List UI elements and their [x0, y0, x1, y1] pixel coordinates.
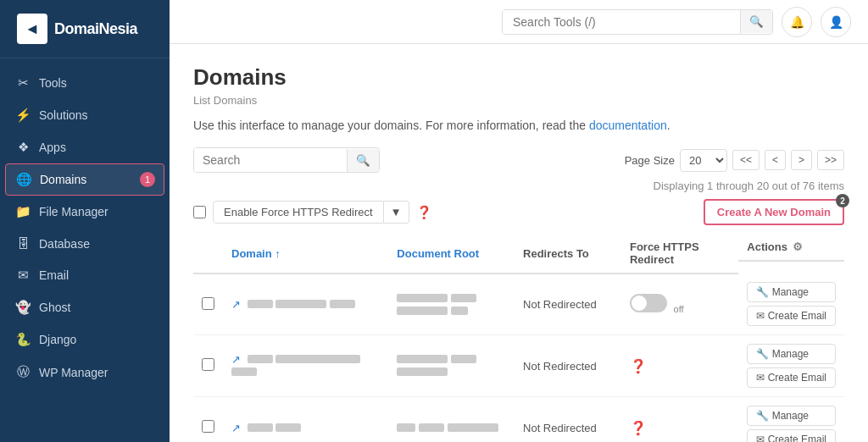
- select-all-checkbox[interactable]: [193, 206, 206, 218]
- table-row: ↗ Not Redirected ❓ 🔧 Manage ✉ Create Ema…: [193, 335, 844, 397]
- email-icon: ✉: [15, 268, 31, 283]
- sidebar-item-label: Domains: [40, 173, 86, 186]
- badge-domains: 1: [140, 172, 155, 187]
- sidebar-item-label: Solutions: [39, 108, 88, 122]
- django-icon: 🐍: [15, 332, 31, 347]
- domain-search-input[interactable]: [194, 148, 347, 172]
- sidebar-item-label: Ghost: [39, 301, 70, 314]
- sidebar-item-file-manager[interactable]: 📁 File Manager: [0, 196, 170, 228]
- sidebar-item-domains[interactable]: 🌐 Domains 1: [5, 163, 164, 196]
- sidebar-item-email[interactable]: ✉ Email: [0, 259, 170, 291]
- external-link-icon-1[interactable]: ↗: [231, 298, 241, 311]
- sidebar-item-django[interactable]: 🐍 Django: [0, 323, 170, 356]
- pagination-last-button[interactable]: >>: [817, 150, 844, 170]
- action-row: Enable Force HTTPS Redirect ▼ ❓ Create A…: [193, 199, 844, 225]
- sidebar: ◄ DomaiNesia ✂ Tools ⚡ Solutions ❖ Apps …: [0, 0, 170, 442]
- sidebar-item-label: Apps: [39, 141, 66, 154]
- pagination-prev-button[interactable]: <: [765, 150, 786, 170]
- create-email-button-2[interactable]: ✉ Create Email: [747, 367, 836, 388]
- action-buttons-2: 🔧 Manage ✉ Create Email: [747, 344, 836, 388]
- logo-icon: ◄: [17, 14, 47, 44]
- file-manager-icon: 📁: [15, 204, 31, 219]
- table-row: ↗ Not Redirected off 🔧 Manage ✉ Create E…: [193, 273, 844, 335]
- global-search-input[interactable]: [503, 10, 740, 34]
- create-email-button-1[interactable]: ✉ Create Email: [747, 306, 836, 326]
- sidebar-item-label: Database: [39, 237, 90, 251]
- create-email-button-3[interactable]: ✉ Create Email: [747, 429, 836, 442]
- domains-table: Domain ↑ Document Root Redirects To Forc…: [193, 234, 844, 442]
- documentation-link[interactable]: documentation: [589, 119, 667, 132]
- table-header-actions: Actions ⚙: [738, 234, 844, 262]
- create-button-badge: 2: [836, 194, 849, 207]
- gear-icon[interactable]: ⚙: [793, 240, 803, 253]
- sidebar-item-database[interactable]: 🗄 Database: [0, 228, 170, 259]
- sidebar-item-ghost[interactable]: 👻 Ghost: [0, 291, 170, 323]
- page-subtitle: List Domains: [193, 94, 844, 107]
- solutions-icon: ⚡: [15, 108, 31, 123]
- notification-bell-button[interactable]: 🔔: [782, 7, 812, 37]
- user-profile-button[interactable]: 👤: [821, 7, 851, 37]
- row-checkbox-3[interactable]: [202, 420, 214, 433]
- https-question-icon-3[interactable]: ❓: [630, 421, 647, 435]
- sidebar-logo[interactable]: ◄ DomaiNesia: [0, 0, 170, 58]
- redirects-to-2: Not Redirected: [515, 335, 621, 397]
- action-buttons-3: 🔧 Manage ✉ Create Email: [747, 406, 836, 442]
- page-size-label: Page Size: [625, 154, 675, 167]
- sidebar-item-label: Django: [39, 333, 76, 346]
- domains-icon: 🌐: [16, 172, 31, 187]
- apps-icon: ❖: [15, 140, 31, 155]
- pagination-first-button[interactable]: <<: [732, 150, 760, 170]
- row-checkbox-1[interactable]: [202, 297, 214, 310]
- domain-search-field[interactable]: 🔍: [193, 147, 380, 173]
- page-content: Domains List Domains Use this interface …: [170, 44, 868, 442]
- action-left: Enable Force HTTPS Redirect ▼ ❓: [193, 201, 432, 224]
- page-size-area: Page Size 20 10 50 100 << < > >>: [625, 149, 844, 172]
- sidebar-item-label: WP Manager: [39, 366, 108, 379]
- redirects-to-1: Not Redirected: [515, 273, 621, 335]
- domain-search-button[interactable]: 🔍: [347, 149, 379, 172]
- sidebar-item-wp-manager[interactable]: Ⓦ WP Manager: [0, 356, 170, 389]
- manage-button-1[interactable]: 🔧 Manage: [747, 282, 836, 302]
- sidebar-item-solutions[interactable]: ⚡ Solutions: [0, 99, 170, 131]
- create-new-domain-button[interactable]: Create A New Domain 2: [704, 199, 844, 225]
- table-header-redirects: Redirects To: [515, 234, 621, 273]
- main-content: 🔍 🔔 👤 Domains List Domains Use this inte…: [170, 0, 868, 442]
- table-header-https: Force HTTPS Redirect: [621, 234, 738, 273]
- table-header-check: [193, 234, 223, 273]
- page-description: Use this interface to manage your domain…: [193, 119, 844, 132]
- page-title: Domains: [193, 64, 844, 91]
- sidebar-item-label: Tools: [39, 76, 67, 90]
- logo-text: DomaiNesia: [54, 20, 137, 38]
- page-size-select[interactable]: 20 10 50 100: [680, 149, 727, 172]
- table-header-docroot[interactable]: Document Root: [388, 234, 515, 273]
- global-search-button[interactable]: 🔍: [740, 10, 772, 33]
- wp-manager-icon: Ⓦ: [15, 364, 31, 380]
- tools-icon: ✂: [15, 75, 31, 91]
- sidebar-item-apps[interactable]: ❖ Apps: [0, 131, 170, 163]
- force-https-help-button[interactable]: ❓: [416, 205, 432, 220]
- pagination-next-button[interactable]: >: [791, 150, 812, 170]
- https-question-icon-2[interactable]: ❓: [630, 359, 647, 373]
- items-count-text: Displaying 1 through 20 out of 76 items: [193, 180, 844, 192]
- row-checkbox-2[interactable]: [202, 358, 214, 371]
- table-row: ↗ Not Redirected ❓ 🔧 Manage ✉ Create Ema…: [193, 397, 844, 443]
- table-header-domain[interactable]: Domain ↑: [223, 234, 388, 273]
- global-search-bar[interactable]: 🔍: [502, 9, 773, 35]
- force-https-toggle-1[interactable]: [630, 294, 667, 312]
- sidebar-item-tools[interactable]: ✂ Tools: [0, 67, 170, 99]
- count-row: Displaying 1 through 20 out of 76 items: [193, 180, 844, 192]
- external-link-icon-2[interactable]: ↗: [231, 353, 241, 366]
- manage-button-3[interactable]: 🔧 Manage: [747, 406, 836, 426]
- create-domain-area: Create A New Domain 2: [704, 199, 844, 225]
- redirects-to-3: Not Redirected: [515, 397, 621, 443]
- sidebar-navigation: ✂ Tools ⚡ Solutions ❖ Apps 🌐 Domains 1 📁…: [0, 58, 170, 442]
- description-end: .: [667, 119, 670, 132]
- sidebar-item-label: File Manager: [39, 205, 108, 218]
- ghost-icon: 👻: [15, 300, 31, 315]
- external-link-icon-3[interactable]: ↗: [231, 422, 241, 434]
- toolbar-search-row: 🔍 Page Size 20 10 50 100 << < > >>: [193, 147, 844, 173]
- force-https-dropdown-button[interactable]: ▼: [384, 201, 409, 224]
- manage-button-2[interactable]: 🔧 Manage: [747, 344, 836, 364]
- enable-force-https-button[interactable]: Enable Force HTTPS Redirect: [213, 201, 384, 224]
- database-icon: 🗄: [15, 236, 31, 251]
